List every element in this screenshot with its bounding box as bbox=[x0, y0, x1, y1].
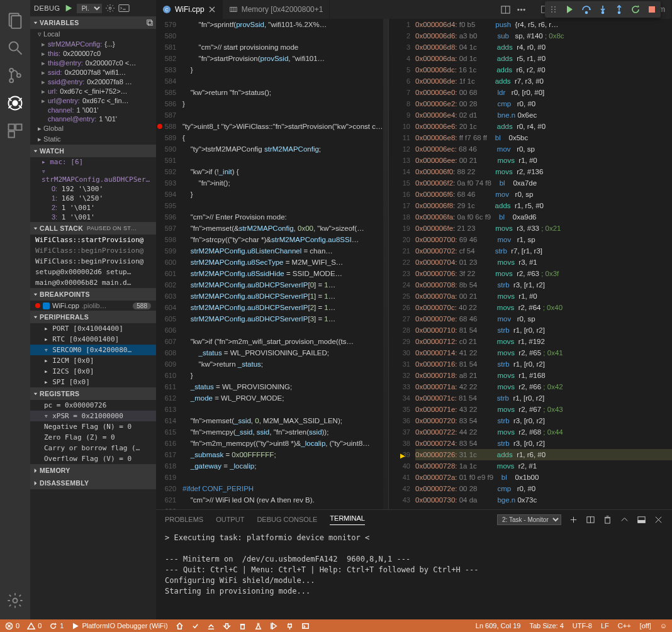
status-mode[interactable]: [off] bbox=[640, 622, 651, 629]
watch-item[interactable]: 0: 192 '\300' bbox=[30, 184, 156, 194]
status-check-icon[interactable] bbox=[191, 622, 199, 630]
callstack-frame[interactable]: WiFiClass::beginProvision@ bbox=[30, 256, 156, 267]
maximize-panel-icon[interactable] bbox=[620, 515, 629, 524]
peripheral-row[interactable]: ▸ SPI [0x0] bbox=[30, 377, 156, 387]
status-upload-icon[interactable] bbox=[207, 622, 215, 630]
tab-memory[interactable]: Memory [0x42000800+1 bbox=[223, 0, 330, 19]
status-feedback-icon[interactable]: ☺ bbox=[660, 622, 667, 629]
restart-icon[interactable] bbox=[630, 4, 641, 14]
drag-handle-icon[interactable] bbox=[549, 4, 559, 14]
callstack-frame[interactable]: main@0x00006b82 main.d… bbox=[30, 277, 156, 288]
start-debug-icon[interactable] bbox=[64, 4, 73, 13]
variable-row[interactable]: ▸this@entry:0x200007c0 <… bbox=[30, 58, 156, 68]
callstack-frame[interactable]: WiFiClass::startProvision@ bbox=[30, 235, 156, 245]
source-editor[interactable]: 5795805815825835845855865875885895905915… bbox=[156, 19, 389, 509]
close-icon[interactable] bbox=[208, 6, 216, 13]
extensions-icon[interactable] bbox=[6, 122, 24, 140]
search-icon[interactable] bbox=[6, 39, 24, 57]
peripheral-row[interactable]: ▸ I2CS [0x0] bbox=[30, 366, 156, 377]
status-encoding[interactable]: UTF-8 bbox=[573, 622, 592, 629]
settings-gear-icon[interactable] bbox=[6, 592, 24, 609]
debug-toolbar[interactable] bbox=[545, 1, 661, 18]
minimap[interactable] bbox=[383, 19, 388, 509]
status-sync[interactable]: 1 bbox=[49, 622, 64, 630]
collapse-all-icon[interactable] bbox=[146, 19, 154, 26]
stop-icon[interactable] bbox=[647, 4, 657, 14]
variable-row[interactable]: ▸ssid@entry:0x20007fa8 … bbox=[30, 77, 156, 87]
breakpoint-row[interactable]: WiFi.cpp .piolib… 588 bbox=[30, 301, 156, 311]
split-terminal-icon[interactable] bbox=[586, 515, 595, 524]
registers-section[interactable]: REGISTERS bbox=[30, 387, 156, 400]
status-debug-task[interactable]: PlatformIO Debugger (WiFi) bbox=[71, 622, 167, 630]
step-into-icon[interactable] bbox=[598, 4, 608, 14]
more-icon[interactable] bbox=[517, 5, 526, 14]
peripheral-row[interactable]: ▸ PORT [0x41004400] bbox=[30, 323, 156, 334]
tab-problems[interactable]: PROBLEMS bbox=[165, 516, 203, 523]
watch-row[interactable]: ▸ mac: [6] bbox=[30, 157, 156, 167]
variable-row[interactable]: ▸ssid:0x20007fa8 "wifi1… bbox=[30, 68, 156, 77]
close-panel-icon[interactable] bbox=[654, 515, 663, 524]
register-row[interactable]: Carry or borrow flag (… bbox=[30, 443, 156, 453]
panel-position-icon[interactable] bbox=[637, 515, 646, 524]
status-errors[interactable]: 0 bbox=[5, 622, 20, 630]
peripheral-row[interactable]: ▿ SERCOM0 [0x4200080… bbox=[30, 345, 156, 355]
disassembly-section[interactable]: DISASSEMBLY bbox=[30, 477, 156, 489]
terminal-body[interactable]: > Executing task: platformio device moni… bbox=[156, 529, 672, 601]
status-tabsize[interactable]: Tab Size: 4 bbox=[529, 622, 563, 629]
status-eol[interactable]: LF bbox=[601, 622, 609, 629]
kill-terminal-icon[interactable] bbox=[603, 515, 612, 524]
callstack-frame[interactable]: WiFiClass::beginProvision@ bbox=[30, 245, 156, 256]
callstack-section[interactable]: CALL STACKPAUSED ON ST… bbox=[30, 222, 156, 235]
status-terminal-icon[interactable] bbox=[301, 622, 310, 630]
breakpoint-checkbox[interactable] bbox=[43, 302, 50, 309]
status-trash-icon[interactable] bbox=[238, 622, 247, 630]
tab-debug-console[interactable]: DEBUG CONSOLE bbox=[257, 516, 317, 523]
explorer-icon[interactable] bbox=[6, 11, 24, 29]
watch-item[interactable]: 1: 168 '\250' bbox=[30, 194, 156, 203]
continue-icon[interactable] bbox=[565, 4, 575, 14]
debug-config-select[interactable]: Pl… bbox=[77, 4, 102, 13]
status-run-icon[interactable] bbox=[270, 622, 278, 630]
register-row[interactable]: ▿ xPSR = 0x21000000 bbox=[30, 411, 156, 421]
register-row[interactable]: Overflow Flag (V) = 0 bbox=[30, 453, 156, 464]
disassembly-editor[interactable]: 1234567891011121314151617181920212223242… bbox=[389, 19, 672, 509]
register-row[interactable]: Negative Flag (N) = 0 bbox=[30, 421, 156, 432]
new-terminal-icon[interactable] bbox=[569, 515, 578, 524]
variable-row[interactable]: ▸this:0x200007c0 bbox=[30, 49, 156, 58]
status-position[interactable]: Ln 609, Col 19 bbox=[476, 622, 521, 629]
callstack-frame[interactable]: setup@0x000002d6 setup… bbox=[30, 267, 156, 277]
step-out-icon[interactable] bbox=[614, 4, 624, 14]
split-editor-icon[interactable] bbox=[501, 5, 510, 14]
disasm-area[interactable]: 0x000006d4: f0 b5 push {r4, r5, r6, r…0x… bbox=[415, 19, 672, 509]
memory-section[interactable]: MEMORY bbox=[30, 464, 156, 477]
debug-icon[interactable] bbox=[6, 94, 24, 112]
status-download-icon[interactable] bbox=[223, 622, 231, 630]
status-language[interactable]: C++ bbox=[618, 622, 631, 629]
register-row[interactable]: pc = 0x00000726 bbox=[30, 400, 156, 411]
watch-item[interactable]: 3: 1 '\001' bbox=[30, 213, 156, 222]
variable-row[interactable]: channel@entry:1 '\01' bbox=[30, 114, 156, 123]
watch-row[interactable]: ▿ strM2MAPConfig.au8DHCPSer… bbox=[30, 167, 156, 184]
variable-row[interactable]: ▸url:0xd67c <_fini+752>… bbox=[30, 87, 156, 96]
tab-wifi-cpp[interactable]: C WiFi.cpp bbox=[156, 0, 223, 19]
scope-local[interactable]: ▿ Local bbox=[30, 29, 156, 40]
peripheral-row[interactable]: ▸ RTC [0x40001400] bbox=[30, 334, 156, 345]
status-warnings[interactable]: 0 bbox=[27, 622, 42, 630]
variable-row[interactable]: channel:1 '\001' bbox=[30, 106, 156, 114]
variable-row[interactable]: ▸strM2MAPConfig:{...} bbox=[30, 40, 156, 49]
source-control-icon[interactable] bbox=[6, 67, 24, 84]
debug-settings-icon[interactable] bbox=[106, 4, 115, 13]
watch-section[interactable]: WATCH bbox=[30, 145, 156, 157]
status-plug-icon[interactable] bbox=[286, 622, 294, 630]
variables-section[interactable]: VARIABLES bbox=[30, 16, 156, 29]
scope-global[interactable]: ▸ Global bbox=[30, 123, 156, 134]
step-over-icon[interactable] bbox=[581, 4, 591, 14]
peripherals-section[interactable]: PERIPHERALS bbox=[30, 311, 156, 323]
tab-output[interactable]: OUTPUT bbox=[216, 516, 244, 523]
terminal-select[interactable]: 2: Task - Monitor bbox=[497, 514, 561, 525]
code-area[interactable]: "fn">sprintf(provSsid, "wifi101-%.2X%… "… bbox=[182, 19, 388, 509]
scope-static[interactable]: ▸ Static bbox=[30, 134, 156, 145]
breakpoints-section[interactable]: BREAKPOINTS bbox=[30, 288, 156, 301]
status-flask-icon[interactable] bbox=[254, 622, 262, 630]
tab-terminal[interactable]: TERMINAL bbox=[330, 514, 365, 525]
